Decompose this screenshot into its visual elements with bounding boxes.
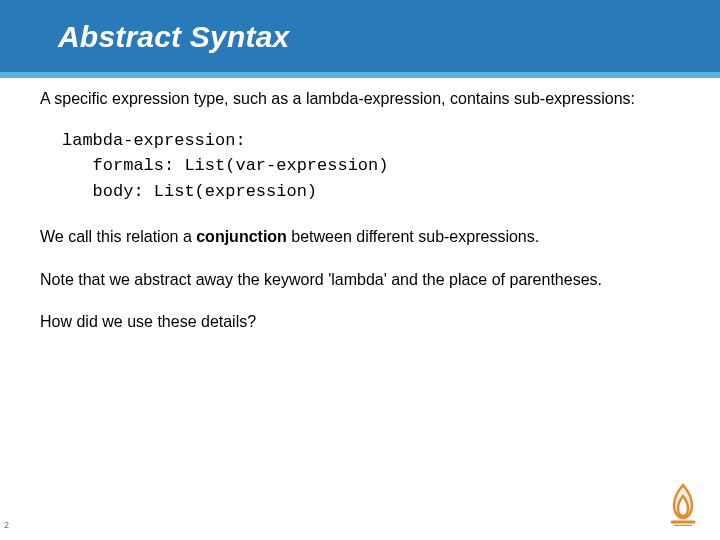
text-fragment: between different sub-expressions. — [287, 228, 539, 245]
question-paragraph: How did we use these details? — [40, 311, 680, 333]
note-paragraph: Note that we abstract away the keyword '… — [40, 266, 680, 293]
code-line: lambda-expression: — [62, 131, 246, 150]
code-line: formals: List(var-expression) — [62, 156, 388, 175]
slide: Abstract Syntax A specific expression ty… — [0, 0, 720, 540]
page-number: 2 — [4, 520, 9, 530]
intro-paragraph: A specific expression type, such as a la… — [40, 88, 680, 110]
slide-title: Abstract Syntax — [58, 20, 289, 54]
content-area: A specific expression type, such as a la… — [40, 88, 680, 350]
relation-paragraph: We call this relation a conjunction betw… — [40, 226, 680, 248]
bold-term: conjunction — [196, 228, 287, 245]
code-line: body: List(expression) — [62, 182, 317, 201]
code-block: lambda-expression: formals: List(var-exp… — [62, 128, 680, 205]
text-fragment: We call this relation a — [40, 228, 196, 245]
logo-icon — [666, 482, 700, 526]
title-underline — [0, 72, 720, 78]
